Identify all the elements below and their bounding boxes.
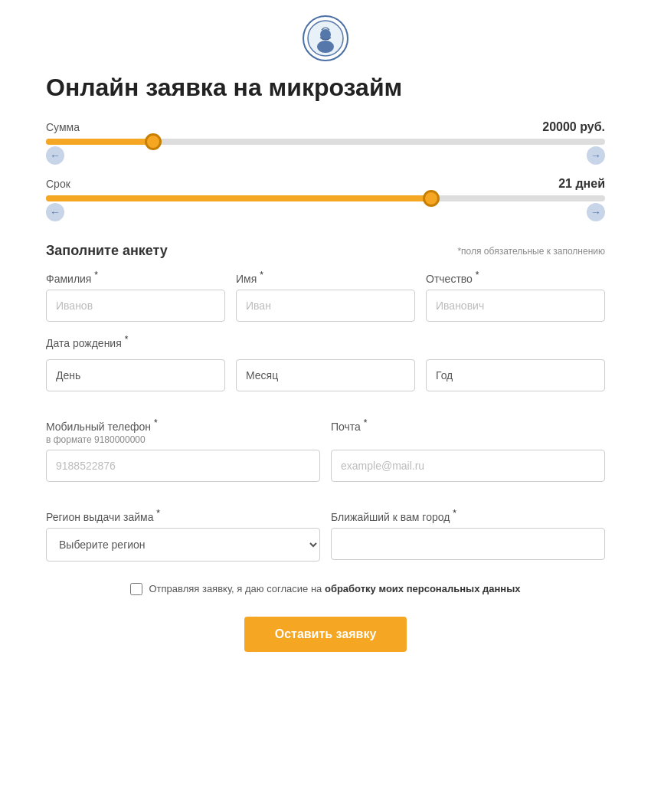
form-section: Заполните анкету *поля обязательные к за… <box>46 243 605 652</box>
required-note: *поля обязательные к заполнению <box>457 246 605 257</box>
dob-group: День 12345678910111213141516171819202122… <box>46 359 605 391</box>
city-input[interactable] <box>331 528 605 560</box>
consent-link[interactable]: обработку моих персональных данных <box>325 583 521 594</box>
dob-label-field: Дата рождения * <box>46 334 605 354</box>
term-slider-section: Срок 21 дней ← → <box>46 177 605 221</box>
month-field: Месяц ЯнварьФевральМартАпрельМайИюньИюль… <box>236 359 415 391</box>
page-title: Онлайн заявка на микрозайм <box>46 74 605 102</box>
region-field: Регион выдачи займа * Выберите регион <box>46 508 320 562</box>
term-arrow-left[interactable]: ← <box>46 203 64 221</box>
day-select[interactable]: День 12345678910111213141516171819202122… <box>46 359 225 391</box>
month-select[interactable]: Месяц ЯнварьФевральМартАпрельМайИюньИюль… <box>236 359 415 391</box>
amount-arrow-left[interactable]: ← <box>46 146 64 165</box>
city-label: Ближайший к вам город * <box>331 508 605 523</box>
contact-row: Мобильный телефон * в формате 9180000000… <box>46 417 605 482</box>
city-field: Ближайший к вам город * <box>331 508 605 562</box>
amount-range-container[interactable] <box>46 139 605 145</box>
phone-field: Мобильный телефон * в формате 9180000000 <box>46 417 320 482</box>
form-title: Заполните анкету <box>46 243 168 259</box>
term-arrows: ← → <box>46 203 605 221</box>
year-field: Год 202620252024202320222021202020192018… <box>426 359 605 391</box>
submit-button[interactable]: Оставить заявку <box>244 617 407 652</box>
submit-area: Оставить заявку <box>46 617 605 652</box>
location-row: Регион выдачи займа * Выберите регион Бл… <box>46 508 605 562</box>
email-field: Почта * <box>331 417 605 482</box>
amount-arrow-right[interactable]: → <box>587 146 605 165</box>
consent-row: Отправляя заявку, я даю согласие на обра… <box>46 583 605 595</box>
dob-label: Дата рождения * <box>46 334 605 349</box>
consent-text: Отправляя заявку, я даю согласие на обра… <box>149 583 520 594</box>
form-header-row: Заполните анкету *поля обязательные к за… <box>46 243 605 259</box>
middle-name-label: Отчество * <box>426 270 605 285</box>
svg-point-2 <box>317 41 334 53</box>
day-field: День 12345678910111213141516171819202122… <box>46 359 225 391</box>
phone-input[interactable] <box>46 450 320 482</box>
email-input[interactable] <box>331 450 605 482</box>
phone-label: Мобильный телефон * <box>46 417 320 433</box>
middle-name-field: Отчество * <box>426 270 605 322</box>
last-name-input[interactable] <box>46 290 225 322</box>
amount-slider-section: Сумма 20000 руб. ← → <box>46 120 605 165</box>
region-select[interactable]: Выберите регион <box>46 528 320 562</box>
email-label: Почта * <box>331 417 605 433</box>
logo-circle <box>303 15 348 61</box>
last-name-field: Фамилия * <box>46 270 225 322</box>
logo-icon <box>306 19 345 57</box>
logo-area <box>46 15 605 61</box>
term-range-container[interactable] <box>46 195 605 201</box>
name-fields-group: Фамилия * Имя * Отчество * <box>46 270 605 322</box>
amount-arrows: ← → <box>46 146 605 165</box>
year-select[interactable]: Год 202620252024202320222021202020192018… <box>426 359 605 391</box>
region-label: Регион выдачи займа * <box>46 508 320 523</box>
first-name-field: Имя * <box>236 270 415 322</box>
consent-checkbox[interactable] <box>130 583 142 595</box>
first-name-label: Имя * <box>236 270 415 285</box>
first-name-input[interactable] <box>236 290 415 322</box>
last-name-label: Фамилия * <box>46 270 225 285</box>
term-arrow-right[interactable]: → <box>587 203 605 221</box>
phone-sublabel: в формате 9180000000 <box>46 434 320 445</box>
middle-name-input[interactable] <box>426 290 605 322</box>
